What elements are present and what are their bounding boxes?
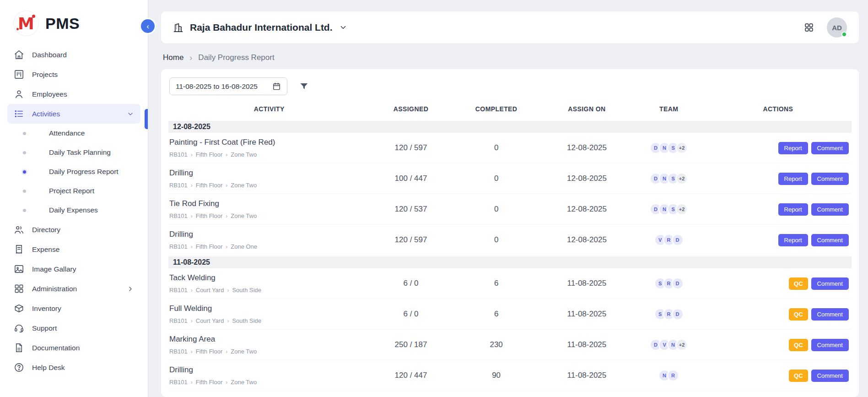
path-segment: Court Yard bbox=[196, 287, 224, 294]
sidebar-item-support[interactable]: Support bbox=[7, 318, 140, 338]
box-icon bbox=[14, 303, 24, 314]
image-icon bbox=[14, 264, 24, 274]
team-extra-badge[interactable]: +2 bbox=[676, 142, 688, 154]
comment-button[interactable]: Comment bbox=[811, 277, 849, 290]
sidebar-subitem-daily-progress-report[interactable]: Daily Progress Report bbox=[7, 162, 140, 181]
sidebar-subitem-daily-expenses[interactable]: Daily Expenses bbox=[7, 201, 140, 220]
team-cell: DNS+2 bbox=[633, 203, 705, 215]
qc-button[interactable]: QC bbox=[789, 339, 808, 351]
assign-on-value: 12-08-2025 bbox=[541, 174, 633, 183]
team-avatar: D bbox=[672, 308, 684, 320]
team-extra-badge[interactable]: +2 bbox=[676, 339, 688, 351]
group-date-header: 12-08-2025 bbox=[168, 121, 852, 133]
help-icon bbox=[14, 362, 24, 373]
assign-on-value: 11-08-2025 bbox=[541, 310, 633, 319]
comment-button[interactable]: Comment bbox=[811, 370, 849, 382]
activity-name: Drilling bbox=[169, 365, 366, 375]
sidebar-item-help-desk[interactable]: Help Desk bbox=[7, 358, 140, 377]
sidebar-item-label: Employees bbox=[32, 90, 67, 99]
filter-row: 11-08-2025 to 16-08-2025 bbox=[169, 77, 852, 95]
chevron-right-icon: › bbox=[191, 213, 193, 219]
company-selector[interactable]: Raja Bahadur International Ltd. bbox=[173, 22, 347, 33]
apps-grid-icon[interactable] bbox=[804, 22, 814, 33]
chevron-down-icon bbox=[339, 23, 347, 32]
chevron-down-icon bbox=[127, 110, 134, 118]
report-button[interactable]: Report bbox=[778, 203, 808, 216]
sidebar-item-employees[interactable]: Employees bbox=[7, 84, 140, 104]
activity-cell: Painting - First Coat (Fire Red)RB101›Fi… bbox=[168, 138, 370, 158]
table-header: ACTIVITYASSIGNEDCOMPLETEDASSIGN ONTEAMAC… bbox=[168, 103, 852, 120]
team-stack: VRD bbox=[654, 234, 684, 246]
doc-icon bbox=[14, 343, 24, 353]
activity-path: RB101›Fifth Floor›Zone Two bbox=[169, 182, 366, 189]
assigned-value: 120 / 597 bbox=[370, 235, 452, 245]
sidebar-subitem-project-report[interactable]: Project Report bbox=[7, 181, 140, 201]
sidebar-subitem-label: Attendance bbox=[49, 129, 85, 138]
qc-button[interactable]: QC bbox=[789, 308, 808, 321]
team-avatar: D bbox=[672, 234, 684, 246]
comment-button[interactable]: Comment bbox=[811, 173, 849, 185]
path-segment: RB101 bbox=[169, 212, 188, 219]
sidebar-item-expense[interactable]: Expense bbox=[7, 239, 140, 259]
sidebar-item-documentation[interactable]: Documentation bbox=[7, 338, 140, 358]
sidebar-nav: DashboardProjectsEmployeesActivitiesAtte… bbox=[0, 44, 148, 377]
report-button[interactable]: Report bbox=[778, 142, 808, 154]
sidebar-collapse-button[interactable]: ‹ bbox=[141, 19, 155, 33]
list-icon bbox=[14, 109, 24, 119]
comment-button[interactable]: Comment bbox=[811, 142, 849, 154]
sidebar-subitem-label: Daily Expenses bbox=[49, 206, 98, 215]
sidebar-item-dashboard[interactable]: Dashboard bbox=[7, 45, 140, 65]
assign-on-value: 11-08-2025 bbox=[541, 279, 633, 288]
actions-cell: ReportComment bbox=[705, 203, 852, 216]
path-segment: RB101 bbox=[169, 243, 188, 250]
column-header-team: TEAM bbox=[633, 105, 705, 113]
app-logo[interactable]: M PMS bbox=[0, 0, 148, 44]
sidebar-item-projects[interactable]: Projects bbox=[7, 65, 140, 84]
bullet-icon bbox=[23, 209, 26, 212]
sidebar-subitem-daily-task-planning[interactable]: Daily Task Planning bbox=[7, 143, 140, 162]
report-button[interactable]: Report bbox=[778, 173, 808, 185]
path-segment: RB101 bbox=[169, 379, 188, 386]
activity-cell: DrillingRB101›Fifth Floor›Zone One bbox=[168, 230, 370, 250]
assigned-value: 6 / 0 bbox=[370, 279, 452, 288]
sidebar-subitem-attendance[interactable]: Attendance bbox=[7, 124, 140, 143]
activity-name: Marking Area bbox=[169, 335, 366, 344]
team-extra-badge[interactable]: +2 bbox=[676, 203, 688, 215]
actions-cell: QCComment bbox=[705, 308, 852, 321]
sidebar-item-activities[interactable]: Activities bbox=[7, 104, 140, 124]
path-segment: Zone Two bbox=[231, 348, 257, 355]
comment-button[interactable]: Comment bbox=[811, 308, 849, 321]
qc-button[interactable]: QC bbox=[789, 277, 808, 290]
completed-value: 0 bbox=[452, 205, 541, 214]
grid-icon bbox=[14, 283, 24, 294]
team-cell: DNS+2 bbox=[633, 142, 705, 154]
comment-button[interactable]: Comment bbox=[811, 203, 849, 216]
user-avatar[interactable]: AD bbox=[827, 17, 847, 38]
activity-name: Drilling bbox=[169, 169, 366, 178]
completed-value: 6 bbox=[452, 310, 541, 319]
comment-button[interactable]: Comment bbox=[811, 234, 849, 246]
qc-button[interactable]: QC bbox=[789, 370, 808, 382]
completed-value: 230 bbox=[452, 340, 541, 349]
sidebar-item-inventory[interactable]: Inventory bbox=[7, 299, 140, 318]
breadcrumb-current: Daily Progress Report bbox=[198, 53, 274, 62]
team-extra-badge[interactable]: +2 bbox=[676, 173, 688, 185]
team-stack: SRD bbox=[654, 308, 684, 320]
path-segment: Fifth Floor bbox=[196, 243, 223, 250]
filter-funnel-icon[interactable] bbox=[299, 82, 309, 91]
receipt-icon bbox=[14, 244, 24, 255]
bullet-icon bbox=[23, 151, 26, 154]
team-stack: DNS+2 bbox=[650, 173, 688, 185]
sidebar-item-image-gallary[interactable]: Image Gallary bbox=[7, 259, 140, 279]
report-button[interactable]: Report bbox=[778, 234, 808, 246]
date-range-input[interactable]: 11-08-2025 to 16-08-2025 bbox=[169, 77, 287, 95]
path-segment: Zone Two bbox=[231, 212, 257, 219]
comment-button[interactable]: Comment bbox=[811, 339, 849, 351]
home-icon bbox=[14, 49, 24, 60]
sidebar-item-directory[interactable]: Directory bbox=[7, 220, 140, 239]
breadcrumb-home[interactable]: Home bbox=[163, 53, 183, 62]
chevron-right-icon: › bbox=[227, 318, 229, 324]
actions-cell: QCComment bbox=[705, 277, 852, 290]
sidebar-item-administration[interactable]: Administration bbox=[7, 279, 140, 299]
activity-path: RB101›Fifth Floor›Zone One bbox=[169, 243, 366, 250]
